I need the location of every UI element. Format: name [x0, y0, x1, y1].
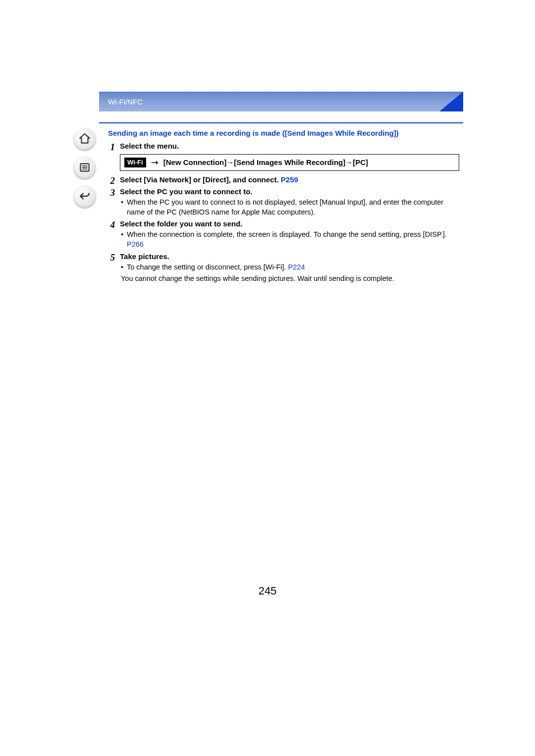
step-note: You cannot change the settings while sen… — [120, 274, 459, 284]
step-4: 4 Select the folder you want to send. Wh… — [99, 219, 463, 251]
step-2: 2 Select [Via Network] or [Direct], and … — [99, 175, 463, 187]
content-column: Wi-Fi/NFC Sending an image each time a r… — [99, 92, 463, 284]
wifi-chip: Wi-Fi — [124, 158, 146, 167]
sidebar-nav — [73, 128, 96, 208]
section-title: Sending an image each time a recording i… — [99, 128, 463, 141]
step-number: 1 — [99, 141, 120, 153]
page-link-p259[interactable]: P259 — [281, 175, 298, 184]
step-number: 3 — [99, 187, 120, 199]
step-number: 4 — [99, 219, 120, 231]
step-number: 5 — [99, 252, 120, 264]
step-note: When the connection is complete, the scr… — [127, 230, 459, 249]
list-icon — [78, 161, 91, 175]
back-icon — [78, 190, 91, 204]
step-note: To change the setting or disconnect, pre… — [127, 263, 459, 272]
menu-path-box: Wi-Fi → [New Connection]→[Send Images Wh… — [120, 154, 459, 171]
step-title: Take pictures. — [120, 252, 169, 261]
arrow-icon: → — [151, 157, 159, 168]
step-1: 1 Select the menu. Wi-Fi → [New Connecti… — [99, 141, 463, 175]
home-icon — [78, 132, 91, 147]
step-title: Select [Via Network] or [Direct], and co… — [120, 175, 281, 184]
page-number: 245 — [0, 585, 535, 597]
back-button[interactable] — [73, 185, 96, 208]
page-link-p224[interactable]: P224 — [288, 263, 305, 271]
divider — [99, 122, 463, 123]
menu-path-text: [New Connection]→[Send Images While Reco… — [163, 158, 368, 167]
breadcrumb: Wi-Fi/NFC — [108, 98, 143, 106]
step-title: Select the menu. — [120, 142, 179, 150]
page-link-p266[interactable]: P266 — [127, 240, 144, 248]
steps-list: 1 Select the menu. Wi-Fi → [New Connecti… — [99, 141, 463, 284]
step-note: When the PC you want to connect to is no… — [127, 198, 459, 217]
home-button[interactable] — [73, 128, 96, 151]
step-title: Select the folder you want to send. — [120, 219, 243, 228]
step-3: 3 Select the PC you want to connect to. … — [99, 187, 463, 219]
step-number: 2 — [99, 175, 120, 187]
step-title: Select the PC you want to connect to. — [120, 187, 253, 196]
section-header: Wi-Fi/NFC — [99, 92, 463, 111]
manual-page: Wi-Fi/NFC Sending an image each time a r… — [0, 0, 535, 756]
contents-button[interactable] — [73, 157, 96, 179]
step-5: 5 Take pictures. To change the setting o… — [99, 252, 463, 284]
